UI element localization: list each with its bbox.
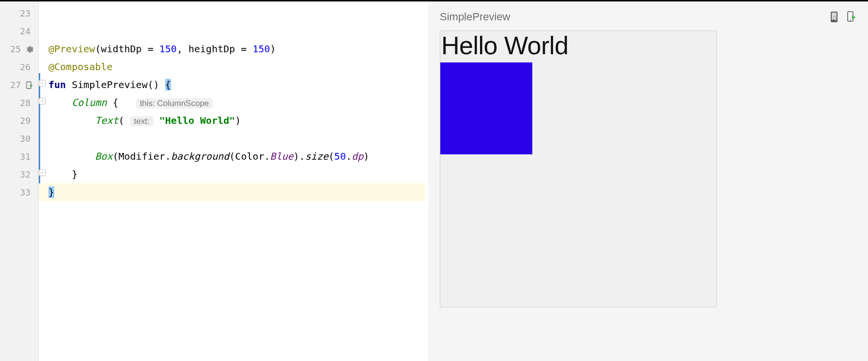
code-line[interactable]: }: [39, 165, 425, 183]
run-icon[interactable]: [25, 80, 34, 90]
gutter-row[interactable]: 23: [0, 4, 38, 22]
gutter: 23 24 25 26 27 28 29 30 31 32 33: [0, 1, 39, 361]
line-number: 23: [0, 4, 34, 22]
gutter-row[interactable]: 28: [0, 94, 38, 112]
gutter-row[interactable]: 25: [0, 40, 38, 58]
line-number: 24: [0, 22, 34, 40]
gutter-row[interactable]: 24: [0, 22, 38, 40]
line-number: 33: [0, 183, 34, 201]
annotation: @Preview: [48, 43, 95, 55]
annotation: @Composable: [48, 61, 112, 73]
gutter-row[interactable]: 27: [0, 76, 38, 94]
inlay-hint: text:: [130, 116, 154, 126]
preview-canvas[interactable]: Hello World: [440, 30, 717, 307]
code-area[interactable]: − − − − @Preview(widthDp = 150, heightDp…: [39, 1, 425, 361]
deploy-preview-icon[interactable]: [846, 11, 856, 23]
line-number: 32: [0, 165, 34, 183]
line-number: 25: [0, 40, 25, 58]
preview-header: SimplePreview: [440, 7, 856, 27]
gutter-row[interactable]: 33: [0, 183, 38, 201]
line-number: 30: [0, 130, 34, 148]
gutter-row[interactable]: 32: [0, 165, 38, 183]
gutter-row[interactable]: 30: [0, 130, 38, 148]
line-number: 26: [0, 58, 34, 76]
gutter-row[interactable]: 29: [0, 112, 38, 130]
code-line[interactable]: Box(Modifier.background(Color.Blue).size…: [39, 148, 425, 165]
code-line[interactable]: [39, 22, 425, 40]
line-number: 27: [0, 76, 25, 94]
matched-brace: }: [48, 186, 54, 198]
preview-text: Hello World: [440, 31, 716, 60]
gutter-row[interactable]: 31: [0, 148, 38, 165]
code-line-current[interactable]: }: [39, 183, 425, 201]
interactive-preview-icon[interactable]: [829, 11, 840, 23]
code-line[interactable]: Text( text: "Hello World"): [39, 112, 425, 130]
gear-icon[interactable]: [25, 45, 34, 54]
code-line[interactable]: fun SimplePreview() {: [39, 76, 425, 94]
code-line[interactable]: @Preview(widthDp = 150, heightDp = 150): [39, 40, 425, 58]
editor-pane: 23 24 25 26 27 28 29 30 31 32 33 − − − −…: [0, 1, 425, 361]
inlay-hint: this: ColumnScope: [136, 98, 213, 108]
code-line[interactable]: [39, 130, 425, 148]
preview-toolbar: [829, 11, 856, 23]
gutter-row[interactable]: 26: [0, 58, 38, 76]
code-line[interactable]: Column { this: ColumnScope: [39, 94, 425, 112]
line-number: 29: [0, 112, 34, 130]
preview-title: SimplePreview: [440, 11, 829, 23]
code-line[interactable]: [39, 4, 425, 22]
preview-box: [440, 62, 532, 154]
svg-marker-6: [852, 15, 856, 19]
line-number: 31: [0, 148, 34, 165]
matched-brace: {: [165, 79, 171, 90]
preview-pane: SimplePreview Hello World: [428, 1, 868, 361]
svg-marker-1: [30, 84, 33, 87]
line-number: 28: [0, 94, 34, 112]
svg-point-5: [850, 20, 851, 21]
code-line[interactable]: @Composable: [39, 58, 425, 76]
